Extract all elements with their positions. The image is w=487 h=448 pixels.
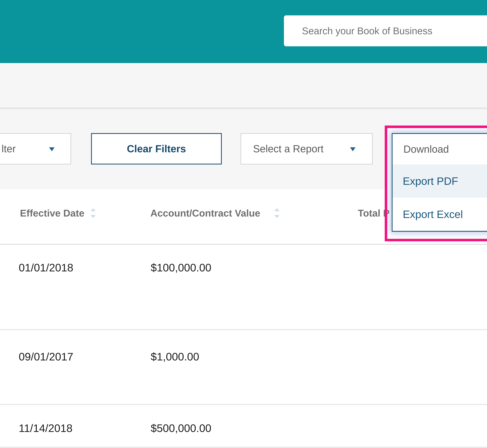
table-header-divider: [0, 244, 487, 245]
chevron-down-icon: [350, 147, 355, 151]
column-header-effective-date[interactable]: Effective Date: [20, 207, 84, 219]
column-header-total-premium[interactable]: Total P: [358, 207, 390, 219]
sort-desc-icon: [274, 215, 280, 218]
download-dropdown: Download Export PDF Export Excel: [392, 133, 487, 232]
filter-dropdown-label: lter: [1, 143, 16, 155]
select-report-dropdown[interactable]: Select a Report: [240, 133, 373, 164]
row-divider: [0, 329, 487, 330]
export-pdf-label: Export PDF: [403, 175, 458, 187]
sort-icon[interactable]: [90, 208, 96, 218]
table-row[interactable]: 01/01/2018 $100,000.00: [0, 262, 487, 273]
chevron-down-icon: [49, 147, 55, 151]
download-label: Download: [404, 143, 449, 155]
table-row[interactable]: 11/14/2018 $500,000.00: [0, 422, 487, 434]
cell-effective-date: 09/01/2017: [19, 351, 73, 362]
cell-effective-date: 11/14/2018: [19, 422, 73, 434]
export-excel-label: Export Excel: [403, 208, 463, 220]
select-report-label: Select a Report: [253, 143, 323, 155]
sort-desc-icon: [91, 215, 96, 218]
cell-account-contract-value: $100,000.00: [151, 262, 211, 273]
cell-account-contract-value: $500,000.00: [151, 422, 211, 434]
filter-dropdown-button[interactable]: lter: [0, 133, 71, 164]
sort-asc-icon: [274, 208, 280, 211]
cell-account-contract-value: $1,000.00: [151, 351, 199, 362]
row-divider: [0, 447, 487, 448]
menu-item-export-pdf[interactable]: Export PDF: [393, 164, 487, 198]
section-divider: [0, 108, 487, 109]
sort-icon[interactable]: [274, 208, 280, 218]
menu-item-export-excel[interactable]: Export Excel: [393, 198, 487, 231]
row-divider: [0, 404, 487, 405]
download-dropdown-button[interactable]: Download: [393, 134, 487, 164]
table-row[interactable]: 09/01/2017 $1,000.00: [0, 351, 487, 362]
clear-filters-label: Clear Filters: [127, 143, 186, 155]
search-input[interactable]: [284, 15, 487, 46]
clear-filters-button[interactable]: Clear Filters: [91, 133, 222, 164]
cell-effective-date: 01/01/2018: [19, 262, 73, 273]
sort-asc-icon: [91, 208, 96, 211]
column-header-account-contract-value[interactable]: Account/Contract Value: [150, 207, 260, 219]
